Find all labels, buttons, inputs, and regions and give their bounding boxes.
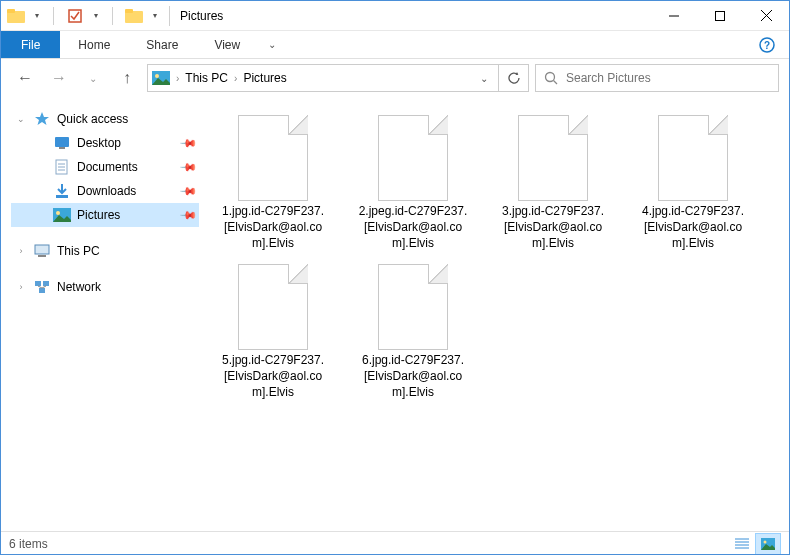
- sidebar-this-pc[interactable]: › This PC: [11, 239, 199, 263]
- svg-rect-6: [716, 11, 725, 20]
- pin-icon: 📌: [178, 205, 197, 224]
- quick-access-icon: [33, 111, 51, 127]
- refresh-button[interactable]: [499, 64, 529, 92]
- documents-icon: [53, 159, 71, 175]
- ribbon-expand-button[interactable]: ⌄: [258, 31, 286, 58]
- svg-rect-16: [59, 147, 65, 149]
- tab-home[interactable]: Home: [60, 31, 128, 58]
- pin-icon: 📌: [178, 181, 197, 200]
- chevron-right-icon[interactable]: ›: [234, 73, 237, 84]
- window-title: Pictures: [180, 9, 223, 23]
- svg-rect-2: [69, 10, 81, 22]
- properties-icon[interactable]: [66, 7, 84, 25]
- file-name: 4.jpg.id-C279F237.[ElvisDark@aol.com].El…: [637, 203, 749, 252]
- svg-point-23: [56, 211, 60, 215]
- desktop-icon: [53, 135, 71, 151]
- tab-share[interactable]: Share: [128, 31, 196, 58]
- help-button[interactable]: ?: [745, 31, 789, 58]
- sidebar-item-documents[interactable]: Documents 📌: [11, 155, 199, 179]
- svg-point-13: [546, 73, 555, 82]
- file-tab[interactable]: File: [1, 31, 60, 58]
- downloads-icon: [53, 183, 71, 199]
- close-button[interactable]: [743, 1, 789, 31]
- blank-file-icon: [518, 115, 588, 201]
- large-icons-view-button[interactable]: [755, 533, 781, 555]
- sidebar-quick-access[interactable]: ⌄ Quick access: [11, 107, 199, 131]
- navigation-bar: ← → ⌄ ↑ › This PC › Pictures ⌄: [1, 59, 789, 97]
- svg-rect-28: [39, 288, 45, 293]
- file-name: 2.jpeg.id-C279F237.[ElvisDark@aol.com].E…: [357, 203, 469, 252]
- blank-file-icon: [238, 264, 308, 350]
- pin-icon: 📌: [178, 133, 197, 152]
- sidebar-label: Network: [57, 280, 101, 294]
- sidebar-item-pictures[interactable]: Pictures 📌: [11, 203, 199, 227]
- details-view-button[interactable]: [729, 533, 755, 555]
- qat-caret[interactable]: ▾: [92, 11, 100, 20]
- forward-button[interactable]: →: [45, 64, 73, 92]
- file-item[interactable]: 5.jpg.id-C279F237.[ElvisDark@aol.com].El…: [213, 260, 333, 405]
- sidebar-item-downloads[interactable]: Downloads 📌: [11, 179, 199, 203]
- file-list[interactable]: 1.jpg.id-C279F237.[ElvisDark@aol.com].El…: [203, 97, 789, 531]
- sidebar-network[interactable]: › Network: [11, 275, 199, 299]
- svg-text:?: ?: [764, 40, 770, 51]
- svg-rect-1: [7, 9, 15, 13]
- file-item[interactable]: 4.jpg.id-C279F237.[ElvisDark@aol.com].El…: [633, 111, 753, 256]
- svg-rect-4: [125, 9, 133, 13]
- status-bar: 6 items: [1, 531, 789, 555]
- qat-customize-caret[interactable]: ▾: [151, 11, 159, 20]
- sidebar-label: This PC: [57, 244, 100, 258]
- file-name: 5.jpg.id-C279F237.[ElvisDark@aol.com].El…: [217, 352, 329, 401]
- search-input[interactable]: [566, 71, 770, 85]
- main-area: ⌄ Quick access Desktop 📌 Documents 📌: [1, 97, 789, 531]
- expand-caret-icon[interactable]: ⌄: [15, 114, 27, 124]
- pictures-icon: [53, 207, 71, 223]
- file-item[interactable]: 1.jpg.id-C279F237.[ElvisDark@aol.com].El…: [213, 111, 333, 256]
- breadcrumb-segment-this-pc[interactable]: This PC: [185, 71, 228, 85]
- minimize-button[interactable]: [651, 1, 697, 31]
- tab-view[interactable]: View: [196, 31, 258, 58]
- file-name: 6.jpg.id-C279F237.[ElvisDark@aol.com].El…: [357, 352, 469, 401]
- sidebar-item-label: Pictures: [77, 208, 120, 222]
- pictures-location-icon: [152, 71, 170, 85]
- svg-rect-24: [35, 245, 49, 254]
- up-button[interactable]: ↑: [113, 64, 141, 92]
- sidebar-item-label: Desktop: [77, 136, 121, 150]
- file-item[interactable]: 3.jpg.id-C279F237.[ElvisDark@aol.com].El…: [493, 111, 613, 256]
- maximize-button[interactable]: [697, 1, 743, 31]
- network-icon: [33, 279, 51, 295]
- search-box[interactable]: [535, 64, 779, 92]
- svg-point-12: [155, 74, 159, 78]
- file-item[interactable]: 2.jpeg.id-C279F237.[ElvisDark@aol.com].E…: [353, 111, 473, 256]
- blank-file-icon: [238, 115, 308, 201]
- svg-rect-26: [35, 281, 41, 286]
- sidebar-item-desktop[interactable]: Desktop 📌: [11, 131, 199, 155]
- file-item[interactable]: 6.jpg.id-C279F237.[ElvisDark@aol.com].El…: [353, 260, 473, 405]
- quick-access-toolbar: ▾ ▾ ▾: [7, 7, 159, 25]
- folder-icon[interactable]: [125, 7, 143, 25]
- svg-rect-15: [55, 137, 69, 147]
- file-name: 1.jpg.id-C279F237.[ElvisDark@aol.com].El…: [217, 203, 329, 252]
- svg-line-29: [38, 286, 42, 288]
- recent-locations-caret[interactable]: ⌄: [79, 64, 107, 92]
- back-button[interactable]: ←: [11, 64, 39, 92]
- svg-line-14: [554, 81, 558, 85]
- breadcrumb[interactable]: › This PC › Pictures ⌄: [147, 64, 499, 92]
- svg-line-30: [42, 286, 46, 288]
- explorer-icon: [7, 7, 25, 25]
- expand-caret-icon[interactable]: ›: [15, 282, 27, 292]
- ribbon: File Home Share View ⌄ ?: [1, 31, 789, 59]
- expand-caret-icon[interactable]: ›: [15, 246, 27, 256]
- blank-file-icon: [658, 115, 728, 201]
- chevron-right-icon[interactable]: ›: [176, 73, 179, 84]
- svg-rect-21: [56, 195, 68, 198]
- item-count: 6 items: [9, 537, 48, 551]
- pin-icon: 📌: [178, 157, 197, 176]
- breadcrumb-history-caret[interactable]: ⌄: [474, 73, 494, 84]
- system-menu-caret[interactable]: ▾: [33, 11, 41, 20]
- svg-rect-27: [43, 281, 49, 286]
- navigation-pane: ⌄ Quick access Desktop 📌 Documents 📌: [1, 97, 203, 531]
- file-name: 3.jpg.id-C279F237.[ElvisDark@aol.com].El…: [497, 203, 609, 252]
- breadcrumb-segment-pictures[interactable]: Pictures: [243, 71, 286, 85]
- blank-file-icon: [378, 115, 448, 201]
- blank-file-icon: [378, 264, 448, 350]
